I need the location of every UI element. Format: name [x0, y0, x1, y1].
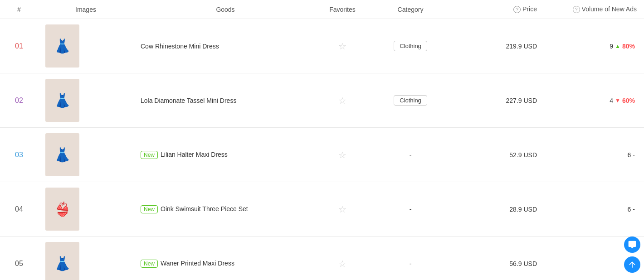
table-header-row: # Images Goods Favorites Category ?Price…	[0, 0, 644, 19]
arrow-up-icon	[628, 260, 637, 269]
chat-icon	[628, 240, 637, 249]
new-badge: New	[141, 260, 158, 268]
rank-cell: 03	[0, 128, 38, 182]
volume-dash: -	[633, 151, 635, 159]
price-help-icon: ?	[513, 6, 521, 13]
category-cell: -	[367, 182, 454, 237]
goods-cell: Lola Diamonate Tassel Mini Dress	[133, 73, 317, 128]
product-image: 👗	[45, 133, 79, 176]
rank-number: 01	[15, 42, 23, 50]
volume-percentage: 60%	[622, 97, 635, 104]
goods-cell: Cow Rhinestone Mini Dress	[133, 19, 317, 73]
rank-cell: 02	[0, 73, 38, 128]
favorite-star-icon[interactable]: ☆	[338, 96, 346, 106]
rank-cell: 01	[0, 19, 38, 73]
volume-count: 4	[610, 97, 613, 104]
volume-count: 9	[610, 43, 613, 50]
product-image: 👗	[45, 24, 79, 68]
trend-up-arrow-icon: ▲	[615, 43, 620, 49]
rank-cell: 05	[0, 237, 38, 280]
col-header-category: Category	[367, 0, 454, 19]
volume-content: 6 -	[551, 206, 635, 213]
favorites-cell[interactable]: ☆	[317, 73, 367, 128]
image-cell: 👗	[38, 19, 133, 73]
volume-cell: 4▼60%	[544, 73, 644, 128]
goods-cell: NewOink Swimsuit Three Piece Set	[133, 182, 317, 237]
category-cell: Clothing	[367, 73, 454, 128]
col-header-volume: ?Volume of New Ads	[544, 0, 644, 19]
volume-dash: -	[633, 206, 635, 213]
volume-count: 6	[628, 151, 631, 159]
favorites-cell[interactable]: ☆	[317, 237, 367, 280]
goods-cell: NewLilian Halter Maxi Dress	[133, 128, 317, 182]
goods-cell: NewWaner Printed Maxi Dress	[133, 237, 317, 280]
favorites-cell[interactable]: ☆	[317, 182, 367, 237]
price-cell: 56.9 USD	[454, 237, 544, 280]
favorite-star-icon[interactable]: ☆	[338, 150, 346, 160]
table-row: 01👗Cow Rhinestone Mini Dress☆Clothing219…	[0, 19, 644, 73]
volume-content: 6 -	[551, 151, 635, 159]
col-header-images: Images	[38, 0, 133, 19]
product-name: Lola Diamonate Tassel Mini Dress	[141, 97, 236, 104]
table-row: 02👗Lola Diamonate Tassel Mini Dress☆Clot…	[0, 73, 644, 128]
price-cell: 219.9 USD	[454, 19, 544, 73]
rank-cell: 04	[0, 182, 38, 237]
trend-down-arrow-icon: ▼	[615, 97, 620, 104]
image-cell: 👗	[38, 73, 133, 128]
volume-content: 9▲80%	[551, 43, 635, 50]
image-cell: 👙	[38, 182, 133, 237]
new-badge: New	[141, 151, 158, 159]
favorites-cell[interactable]: ☆	[317, 128, 367, 182]
volume-help-icon: ?	[573, 6, 580, 13]
favorite-star-icon[interactable]: ☆	[338, 41, 346, 51]
product-name: Cow Rhinestone Mini Dress	[141, 43, 219, 50]
image-cell: 👗	[38, 128, 133, 182]
rank-number: 03	[15, 151, 23, 159]
rank-number: 04	[15, 205, 23, 213]
price-cell: 227.9 USD	[454, 73, 544, 128]
new-badge: New	[141, 205, 158, 213]
category-badge: Clothing	[394, 41, 427, 51]
category-cell: -	[367, 128, 454, 182]
product-image: 👗	[45, 242, 79, 280]
volume-percentage: 80%	[622, 43, 635, 50]
category-badge: Clothing	[394, 95, 427, 106]
category-cell: -	[367, 237, 454, 280]
volume-cell: 6 -	[544, 128, 644, 182]
product-image: 👗	[45, 79, 79, 122]
volume-content: 4▼60%	[551, 97, 635, 104]
price-cell: 52.9 USD	[454, 128, 544, 182]
main-table-container: # Images Goods Favorites Category ?Price…	[0, 0, 644, 280]
favorites-cell[interactable]: ☆	[317, 19, 367, 73]
col-header-favorites: Favorites	[317, 0, 367, 19]
col-header-goods: Goods	[133, 0, 317, 19]
rank-number: 02	[15, 97, 23, 104]
volume-count: 6	[628, 206, 631, 213]
col-header-price: ?Price	[454, 0, 544, 19]
table-row: 04👙NewOink Swimsuit Three Piece Set☆-28.…	[0, 182, 644, 237]
product-image: 👙	[45, 188, 79, 231]
category-cell: Clothing	[367, 19, 454, 73]
table-row: 03👗NewLilian Halter Maxi Dress☆-52.9 USD…	[0, 128, 644, 182]
chat-bubble-button[interactable]	[624, 237, 640, 253]
product-name: Lilian Halter Maxi Dress	[161, 151, 228, 158]
favorite-star-icon[interactable]: ☆	[338, 204, 346, 214]
scroll-to-top-button[interactable]	[624, 256, 640, 273]
image-cell: 👗	[38, 237, 133, 280]
products-table: # Images Goods Favorites Category ?Price…	[0, 0, 644, 280]
product-name: Oink Swimsuit Three Piece Set	[161, 205, 248, 212]
price-cell: 28.9 USD	[454, 182, 544, 237]
col-header-hash: #	[0, 0, 38, 19]
volume-content: 6 -	[551, 260, 635, 267]
favorite-star-icon[interactable]: ☆	[338, 259, 346, 269]
product-name: Waner Printed Maxi Dress	[161, 260, 234, 267]
volume-cell: 6 -	[544, 182, 644, 237]
rank-number: 05	[15, 260, 23, 267]
table-row: 05👗NewWaner Printed Maxi Dress☆-56.9 USD…	[0, 237, 644, 280]
volume-cell: 9▲80%	[544, 19, 644, 73]
